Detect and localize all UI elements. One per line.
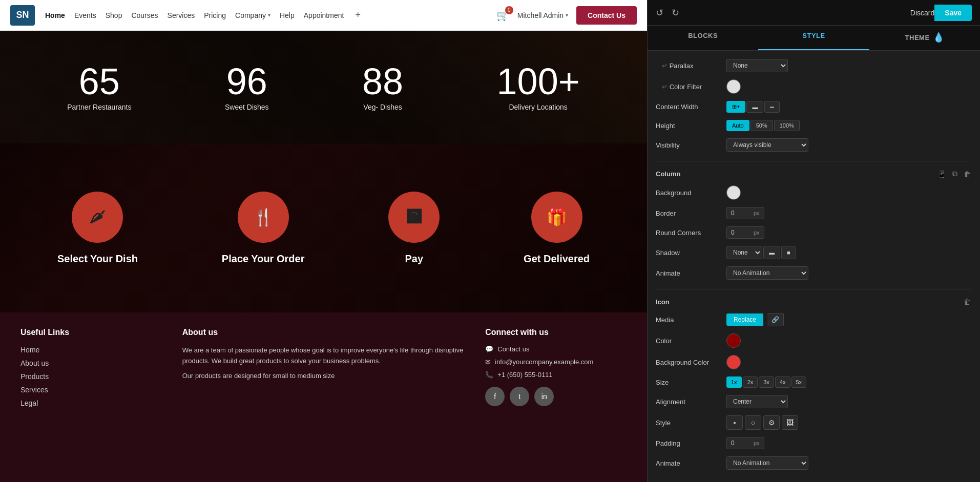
save-button[interactable]: Save bbox=[934, 5, 972, 21]
nav-link-services[interactable]: Services bbox=[168, 11, 195, 19]
footer-link-services[interactable]: Services bbox=[20, 386, 48, 394]
alignment-select[interactable]: Center Left Right bbox=[726, 395, 788, 408]
nav-links: Home Events Shop Courses Services Pricin… bbox=[45, 10, 496, 20]
media-replace-button[interactable]: Replace bbox=[726, 313, 763, 326]
color-filter-swatch[interactable] bbox=[726, 79, 741, 94]
stat-number-2: 96 bbox=[225, 63, 269, 100]
footer-link-home[interactable]: Home bbox=[20, 346, 39, 354]
shadow-light[interactable]: ▬ bbox=[763, 246, 780, 259]
content-width-fullplus[interactable]: ⊞+ bbox=[726, 101, 745, 113]
process-icon-select: 🌶 bbox=[72, 192, 123, 243]
shadow-dark[interactable]: ■ bbox=[781, 246, 796, 259]
redo-icon[interactable]: ↻ bbox=[672, 7, 679, 18]
footer-link-products[interactable]: Products bbox=[20, 372, 49, 381]
nav-link-home[interactable]: Home bbox=[45, 11, 65, 19]
style-square[interactable]: ▪ bbox=[726, 415, 743, 430]
icon-delete-btn[interactable]: 🗑 bbox=[963, 297, 972, 307]
undo-icon[interactable]: ↺ bbox=[656, 7, 663, 18]
process-pay: 🅿 Pay bbox=[388, 192, 440, 265]
right-panel: ↺ ↻ Discard Save BLOCKS STYLE THEME 💧 Pa… bbox=[647, 0, 980, 482]
nav-right: 🛒 0 Mitchell Admin ▾ Contact Us bbox=[496, 6, 637, 25]
round-corners-label: Round Corners bbox=[656, 229, 722, 237]
nav-user-menu[interactable]: Mitchell Admin ▾ bbox=[517, 11, 568, 19]
parallax-label: Parallax bbox=[656, 62, 722, 70]
padding-value-input[interactable] bbox=[731, 439, 752, 447]
parallax-select[interactable]: None bbox=[726, 59, 788, 72]
size-4x[interactable]: 4x bbox=[775, 376, 790, 388]
content-width-full[interactable]: ▬ bbox=[746, 101, 763, 113]
social-icon-2[interactable]: t bbox=[510, 387, 529, 406]
nav-plus-icon[interactable]: + bbox=[355, 10, 361, 20]
panel-tabs: BLOCKS STYLE THEME 💧 bbox=[648, 26, 980, 51]
footer-link-about[interactable]: About us bbox=[20, 359, 49, 367]
size-2x[interactable]: 2x bbox=[743, 376, 758, 388]
footer-link-legal[interactable]: Legal bbox=[20, 399, 38, 407]
icon-color-swatch[interactable] bbox=[726, 333, 741, 348]
stat-number-1: 65 bbox=[67, 63, 131, 100]
media-link-button[interactable]: 🔗 bbox=[767, 313, 784, 326]
size-5x[interactable]: 5x bbox=[791, 376, 807, 388]
round-corners-row: Round Corners px bbox=[656, 226, 972, 239]
visibility-select[interactable]: Always visible bbox=[726, 138, 808, 152]
column-copy-icon[interactable]: ⧉ bbox=[951, 169, 958, 179]
animate2-label: Animate bbox=[656, 459, 722, 467]
social-icon-1[interactable]: f bbox=[485, 387, 505, 406]
footer-contact-list: 💬Contact us ✉info@yourcompany.example.co… bbox=[485, 345, 627, 379]
process-label-select: Select Your Dish bbox=[57, 253, 138, 265]
animate2-select[interactable]: No Animation bbox=[726, 456, 808, 470]
shadow-select[interactable]: None bbox=[726, 246, 762, 259]
process-select-dish: 🌶 Select Your Dish bbox=[57, 192, 138, 265]
column-mobile-icon[interactable]: 📱 bbox=[936, 169, 947, 179]
stat-label-1: Partner Restaurants bbox=[67, 103, 131, 111]
nav-link-courses[interactable]: Courses bbox=[131, 11, 158, 19]
border-input[interactable]: px bbox=[726, 207, 764, 219]
background-swatch[interactable] bbox=[726, 185, 741, 200]
shadow-group: None ▬ ■ bbox=[726, 246, 796, 259]
padding-label: Padding bbox=[656, 439, 722, 447]
bg-color-swatch[interactable] bbox=[726, 355, 741, 369]
column-delete-icon[interactable]: 🗑 bbox=[963, 169, 972, 179]
cart-badge: 0 bbox=[505, 6, 513, 14]
style-row: Style ▪ ○ ⚙ 🖼 bbox=[656, 415, 972, 430]
footer-social: f t in bbox=[485, 387, 627, 406]
content-width-label: Content Width bbox=[656, 103, 722, 111]
nav-link-help[interactable]: Help bbox=[280, 11, 295, 19]
tab-style[interactable]: STYLE bbox=[758, 26, 869, 50]
round-corners-input[interactable]: px bbox=[726, 226, 764, 239]
nav-cart[interactable]: 🛒 0 bbox=[496, 9, 509, 22]
footer-email: ✉info@yourcompany.example.com bbox=[485, 358, 627, 366]
round-corners-value-input[interactable] bbox=[731, 229, 752, 236]
tab-theme[interactable]: THEME 💧 bbox=[869, 26, 980, 50]
process-get-delivered: 🎁 Get Delivered bbox=[524, 192, 590, 265]
nav-link-pricing[interactable]: Pricing bbox=[204, 11, 226, 19]
stats-section: 65 Partner Restaurants 96 Sweet Dishes 8… bbox=[0, 31, 647, 143]
process-icon-pay: 🅿 bbox=[388, 192, 440, 243]
footer-contact-us: 💬Contact us bbox=[485, 345, 627, 353]
content-width-boxed[interactable]: ▪▪ bbox=[764, 101, 780, 113]
tab-blocks[interactable]: BLOCKS bbox=[648, 26, 758, 50]
size-1x[interactable]: 1x bbox=[726, 376, 742, 388]
height-50[interactable]: 50% bbox=[750, 120, 773, 131]
animate-select[interactable]: No Animation bbox=[726, 266, 808, 280]
style-image[interactable]: 🖼 bbox=[782, 415, 798, 430]
nav-link-shop[interactable]: Shop bbox=[106, 11, 122, 19]
stat-number-3: 88 bbox=[362, 63, 403, 100]
footer-useful-links: Useful Links Home About us Products Serv… bbox=[20, 328, 162, 467]
style-circle[interactable]: ○ bbox=[745, 415, 761, 430]
padding-input[interactable]: px bbox=[726, 437, 764, 449]
nav-link-events[interactable]: Events bbox=[74, 11, 96, 19]
nav-link-appointment[interactable]: Appointment bbox=[304, 11, 344, 19]
height-100[interactable]: 100% bbox=[774, 120, 800, 131]
nav-link-company[interactable]: Company ▾ bbox=[235, 11, 270, 19]
shadow-label: Shadow bbox=[656, 249, 722, 257]
stat-number-4: 100+ bbox=[497, 63, 580, 100]
process-label-pay: Pay bbox=[405, 253, 423, 265]
size-3x[interactable]: 3x bbox=[759, 376, 774, 388]
style-gear[interactable]: ⚙ bbox=[763, 415, 780, 430]
border-value-input[interactable] bbox=[731, 209, 752, 217]
social-icon-3[interactable]: in bbox=[534, 387, 554, 406]
border-label: Border bbox=[656, 209, 722, 217]
height-auto[interactable]: Auto bbox=[726, 120, 749, 131]
discard-button[interactable]: Discard bbox=[910, 9, 934, 17]
contact-us-button[interactable]: Contact Us bbox=[576, 6, 637, 25]
